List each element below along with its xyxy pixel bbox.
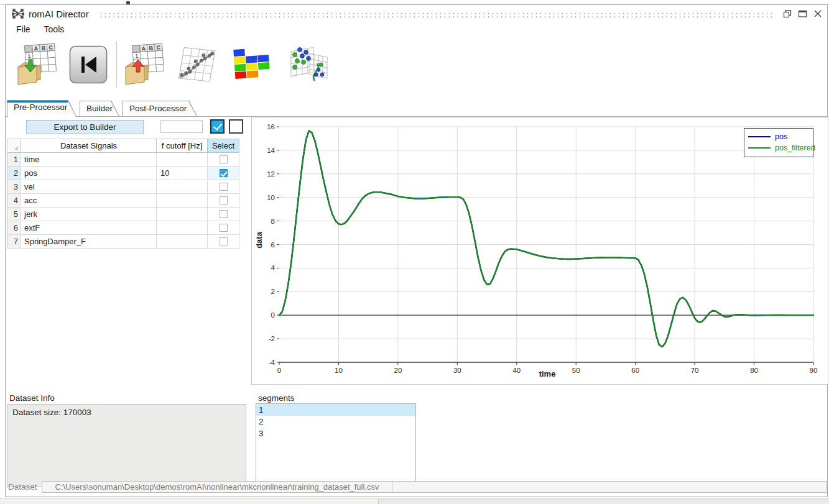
background-window-bottom-edge [0,498,829,504]
rom-scatter-3d-icon [286,42,331,87]
signal-row[interactable]: 3vel [7,180,240,194]
svg-text:14: 14 [267,147,275,154]
table-header-row: Dataset Signals f cutoff [Hz] Select [7,139,240,153]
maximize-window-button[interactable] [798,9,807,18]
select-cell[interactable] [208,221,239,235]
svg-text:90: 90 [810,367,818,374]
dataset-path-field[interactable]: C:\Users\sonuman\Desktop\demos\romAI\non… [42,481,827,493]
import-dataset-button[interactable]: A B C 1 [16,41,59,88]
filter-value-input[interactable] [160,120,203,133]
svg-text:0: 0 [277,367,281,374]
signal-row[interactable]: 1time [7,153,240,167]
window-title: romAI Director [29,9,89,19]
restore-window-button[interactable] [783,9,792,18]
signal-chart-panel: 0102030405060708090-4-20246810121416 dat… [251,117,828,385]
svg-text:4: 4 [271,264,276,272]
header-select: Select [208,139,239,153]
filter-secondary-checkbox[interactable] [229,119,243,134]
menu-bar: File Tools [6,22,827,36]
dataset-path-label: Dataset [8,482,37,492]
maximize-icon [799,10,807,17]
svg-text:60: 60 [631,367,639,374]
row-number-cell[interactable]: 3 [7,180,21,194]
f-cutoff-cell[interactable] [157,153,208,167]
row-number-cell[interactable]: 1 [7,153,21,167]
row-number-cell[interactable]: 7 [7,235,21,249]
scatter-plot-icon [178,44,219,85]
signal-name-cell[interactable]: jerk [21,208,157,221]
f-cutoff-cell[interactable] [157,221,208,235]
tab-post-processor[interactable]: Post-Processor [123,101,197,116]
rom-scatter-3d-button[interactable] [286,42,331,87]
dataset-path-row: Dataset C:\Users\sonuman\Desktop\demos\r… [6,479,827,495]
header-f-cutoff: f cutoff [Hz] [157,139,208,153]
signal-name-cell[interactable]: extF [21,221,157,235]
signal-row[interactable]: 4acc [7,194,240,208]
svg-text:0: 0 [271,311,275,319]
f-cutoff-cell[interactable] [157,194,208,208]
reset-button[interactable] [69,45,108,84]
row-number-cell[interactable]: 4 [7,194,21,208]
f-cutoff-cell[interactable] [157,235,208,249]
select-checkbox[interactable] [220,196,228,204]
svg-text:80: 80 [750,367,758,374]
legend-series-name: pos [775,132,787,141]
tab-builder[interactable]: Builder [80,101,119,116]
select-checkbox[interactable] [220,183,228,191]
signal-name-cell[interactable]: SpringDamper_F [21,235,157,249]
select-checkbox[interactable] [220,155,228,163]
scatter-plot-button[interactable] [178,44,219,85]
select-cell[interactable] [208,167,239,180]
select-checkbox[interactable] [220,224,228,232]
svg-text:-2: -2 [269,335,275,342]
f-cutoff-cell[interactable] [157,208,208,221]
row-number-cell[interactable]: 2 [7,167,21,180]
select-cell[interactable] [208,235,239,249]
histogram-blocks-button[interactable] [233,45,271,84]
signal-name-cell[interactable]: acc [21,194,157,208]
signal-name-cell[interactable]: pos [21,167,157,180]
table-corner-cell[interactable] [7,139,21,153]
export-to-builder-button[interactable]: Export to Builder [26,120,144,134]
svg-text:B: B [41,45,46,51]
signal-name-cell[interactable]: time [21,153,157,167]
signal-row[interactable]: 7SpringDamper_F [7,235,240,249]
segment-item[interactable]: 1 [256,404,415,416]
f-cutoff-cell[interactable] [157,180,208,194]
row-number-cell[interactable]: 6 [7,221,21,235]
dataset-info-label: Dataset Info [9,393,55,403]
svg-text:70: 70 [691,367,699,374]
select-cell[interactable] [208,194,239,208]
select-cell[interactable] [208,153,239,167]
signal-name-cell[interactable]: vel [21,180,157,194]
select-checkbox[interactable] [220,169,228,177]
signal-row[interactable]: 2pos10 [7,167,240,180]
signal-row[interactable]: 5jerk [7,208,240,221]
dataset-path-value: C:\Users\sonuman\Desktop\demos\romAI\non… [42,482,392,492]
select-cell[interactable] [208,208,239,221]
segment-item[interactable]: 2 [256,416,415,428]
close-window-button[interactable] [813,9,822,18]
svg-text:20: 20 [394,367,402,374]
signal-row[interactable]: 6extF [7,221,240,235]
select-checkbox[interactable] [220,210,228,218]
segment-item[interactable]: 3 [256,428,415,439]
menu-file[interactable]: File [11,23,36,35]
row-number-cell[interactable]: 5 [7,208,21,221]
select-checkbox[interactable] [220,237,228,245]
export-dataset-icon: A B C 1 [123,41,167,88]
filter-enable-checkbox[interactable] [210,119,225,134]
f-cutoff-cell[interactable]: 10 [157,167,208,180]
svg-text:C: C [49,44,53,50]
export-dataset-button[interactable]: A B C 1 [123,41,167,88]
dataset-info-box: Dataset size: 170003 [7,404,246,487]
menu-tools[interactable]: Tools [39,23,70,35]
svg-text:-4: -4 [269,359,276,366]
toolbar-separator [116,42,117,88]
signals-panel: Export to Builder Dataset Signals f cuto… [7,117,249,389]
dataset-size-text: Dataset size: 170003 [12,408,91,417]
select-cell[interactable] [208,180,239,194]
tab-pre-processor[interactable]: Pre-Processor [7,100,76,117]
chart-plot: 0102030405060708090-4-20246810121416 [252,117,828,384]
svg-text:C: C [156,44,161,50]
